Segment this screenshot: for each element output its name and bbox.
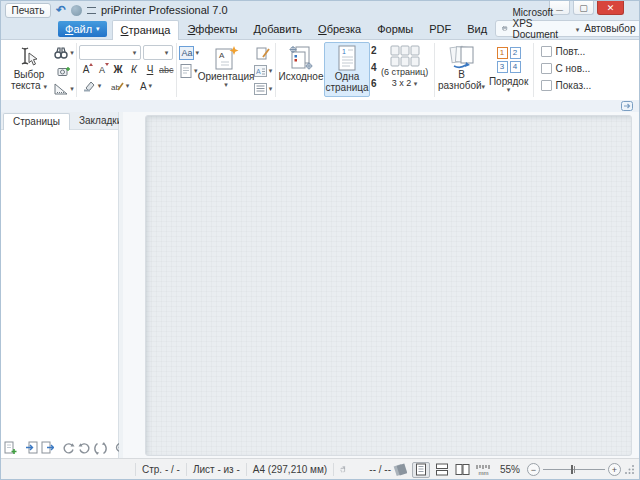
chevron-down-icon — [269, 86, 273, 92]
zoom-slider-thumb[interactable] — [571, 465, 573, 474]
one-page-button[interactable]: 1 Одна страница — [324, 42, 370, 97]
single-page-view-button[interactable] — [412, 462, 430, 478]
measure-button[interactable] — [54, 81, 74, 97]
text-style-button[interactable]: Аа — [179, 45, 200, 61]
tab-insert[interactable]: Добавить — [245, 20, 310, 39]
lines-layout-button[interactable] — [253, 81, 273, 97]
snapshot-button[interactable] — [54, 63, 74, 79]
strikethrough-button[interactable]: abc — [159, 62, 174, 76]
undo-button[interactable] — [54, 3, 68, 17]
checkbox-icon — [541, 80, 552, 91]
tab-view[interactable]: Вид — [459, 20, 495, 39]
orientation-button[interactable]: А Ориентация — [199, 42, 253, 97]
checkbox-icon — [541, 46, 552, 57]
page-edit-button[interactable] — [253, 45, 273, 61]
select-text-button[interactable]: Выбор текста — [4, 42, 54, 97]
printer-mode[interactable]: Автовыбор — [584, 23, 635, 34]
page-style-button[interactable] — [179, 63, 200, 79]
preset-2-pages[interactable]: 2 — [371, 45, 377, 56]
print-button[interactable]: Печать — [5, 3, 51, 18]
facing-pages-view-icon — [455, 463, 470, 476]
show-checkbox[interactable]: Показ... — [541, 80, 592, 91]
page-indicator[interactable]: Стр. - / - — [142, 464, 180, 475]
printer-icon — [502, 23, 507, 34]
order-button[interactable]: 1 2 3 4 Порядок — [487, 42, 531, 97]
text-fit-button[interactable]: A — [253, 63, 273, 79]
shrink-font-button[interactable]: А — [95, 62, 109, 76]
zoom-out-button[interactable] — [527, 463, 540, 476]
file-menu-button[interactable]: Файл — [58, 21, 107, 37]
sheet-indicator[interactable]: Лист - из - — [193, 464, 240, 475]
sidebar-tab-pages[interactable]: Страницы — [3, 113, 70, 130]
printer-area: Microsoft XPS Document Writer Автовыбор — [495, 20, 640, 37]
chevron-down-icon — [43, 83, 47, 90]
view-zoom-controls: mm 55% — [391, 462, 639, 478]
chevron-down-icon — [70, 86, 74, 92]
repeat-checkbox[interactable]: Повт... — [541, 46, 592, 57]
pages-thumbnail-list[interactable] — [1, 130, 118, 438]
tab-crop[interactable]: Обрезка — [310, 20, 369, 39]
zoom-in-button[interactable] — [608, 463, 621, 476]
continuous-view-button[interactable] — [433, 462, 451, 478]
orientation-icon: А — [213, 45, 239, 71]
snapshot-icon — [57, 65, 71, 77]
crop-marks-icon[interactable] — [340, 463, 347, 476]
chevron-down-icon — [507, 87, 511, 93]
printer-dropdown-icon[interactable] — [576, 23, 580, 34]
redo-button[interactable] — [70, 3, 83, 17]
text-fit-icon: A — [254, 65, 267, 77]
svg-text:mm: mm — [479, 470, 489, 476]
tilted-view-button[interactable] — [391, 462, 409, 478]
continuous-view-icon — [435, 463, 449, 476]
italic-button[interactable]: К — [127, 62, 141, 76]
highlighter-icon — [83, 81, 96, 92]
close-button[interactable] — [597, 1, 624, 15]
customize-icon — [87, 7, 96, 14]
insert-page-after-button[interactable] — [41, 441, 54, 456]
page-count-presets: 2 4 6 — [370, 42, 378, 92]
font-family-select[interactable] — [79, 45, 141, 60]
shuffle-button[interactable]: В разнобой — [437, 42, 487, 97]
underline-button[interactable]: Ч — [143, 62, 157, 76]
tab-pdf[interactable]: PDF — [421, 20, 459, 39]
preview-canvas[interactable] — [145, 115, 632, 456]
printer-selector[interactable]: Microsoft XPS Document Writer Автовыбор — [495, 20, 640, 37]
tab-effects[interactable]: Эффекты — [179, 20, 245, 39]
rotate-180-button[interactable] — [94, 441, 107, 456]
add-page-button[interactable] — [4, 441, 17, 456]
bold-button[interactable]: Ж — [111, 62, 125, 76]
facing-pages-view-button[interactable] — [454, 462, 472, 478]
preset-6-pages[interactable]: 6 — [371, 78, 377, 89]
svg-text:А: А — [219, 51, 225, 60]
svg-text:Аа: Аа — [181, 48, 192, 58]
shrink-font-icon — [105, 63, 109, 66]
text-style-icon: Аа — [179, 46, 194, 60]
resize-grip[interactable] — [624, 464, 635, 475]
grow-font-icon — [89, 63, 93, 66]
maximize-button[interactable] — [573, 1, 594, 15]
collapse-ribbon-icon[interactable] — [621, 101, 633, 111]
font-size-select[interactable] — [143, 45, 173, 60]
rotate-ccw-button[interactable] — [78, 441, 91, 456]
find-tools-column — [54, 42, 74, 97]
grow-font-button[interactable]: А — [79, 62, 93, 76]
highlight-button[interactable] — [79, 78, 105, 94]
chevron-down-icon — [129, 46, 140, 59]
edit-text-button[interactable]: ab — [107, 78, 133, 94]
paper-size-indicator[interactable]: A4 (297,210 мм) — [253, 464, 327, 475]
preset-4-pages[interactable]: 4 — [371, 62, 377, 73]
font-color-button[interactable]: А — [135, 78, 157, 94]
find-button[interactable] — [54, 45, 74, 61]
source-layout-button[interactable]: Исходное — [278, 42, 324, 97]
zoom-slider[interactable] — [543, 463, 605, 476]
tab-page[interactable]: Страница — [112, 20, 180, 40]
insert-page-before-button[interactable] — [25, 441, 38, 456]
one-page-icon: 1 — [336, 45, 358, 71]
ruler-toggle-button[interactable]: mm — [475, 462, 493, 478]
tab-forms[interactable]: Формы — [369, 20, 421, 39]
new-page-checkbox[interactable]: С нов... — [541, 63, 592, 74]
pages-per-sheet-button[interactable]: (6 страниц) 3 x 2 — [378, 42, 432, 97]
sidebar-tabs: Страницы Закладки — [1, 112, 118, 130]
rotate-cw-button[interactable] — [62, 441, 75, 456]
customize-quick-access-button[interactable] — [86, 3, 97, 17]
